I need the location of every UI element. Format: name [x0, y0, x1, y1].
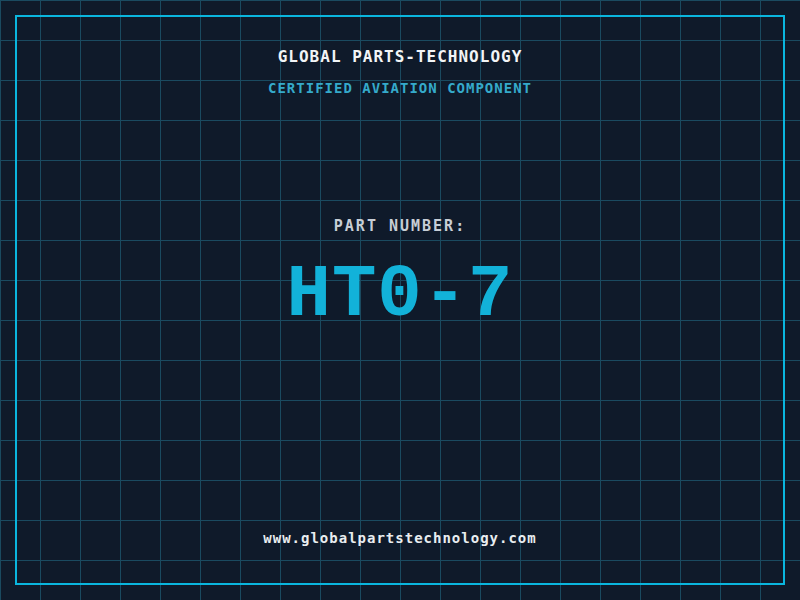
company-title: GLOBAL PARTS-TECHNOLOGY — [0, 49, 800, 65]
part-number-value: HT0-7 — [0, 258, 800, 332]
part-number-label: PART NUMBER: — [0, 219, 800, 234]
website-url: www.globalpartstechnology.com — [0, 531, 800, 545]
blueprint-part-card: GLOBAL PARTS-TECHNOLOGY CERTIFIED AVIATI… — [0, 0, 800, 600]
certification-subtitle: CERTIFIED AVIATION COMPONENT — [0, 81, 800, 95]
